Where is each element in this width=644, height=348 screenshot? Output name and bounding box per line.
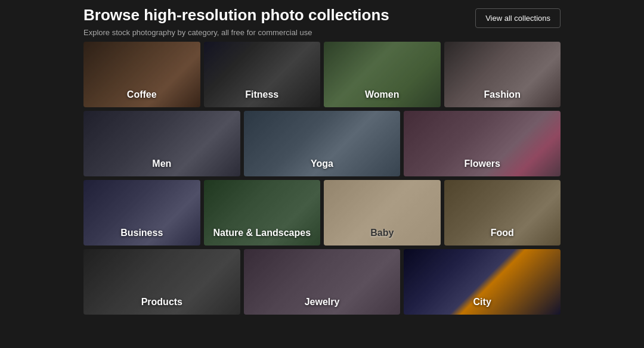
collection-item-baby[interactable]: Baby xyxy=(324,180,441,246)
header-area: Browse high-resolution photo collections… xyxy=(83,6,561,37)
collection-item-women[interactable]: Women xyxy=(324,42,441,107)
collection-item-food[interactable]: Food xyxy=(444,180,561,246)
collection-item-nature[interactable]: Nature & Landscapes xyxy=(204,180,321,246)
page-title: Browse high-resolution photo collections xyxy=(83,6,475,24)
collection-item-flowers[interactable]: Flowers xyxy=(404,111,561,176)
collection-item-fitness[interactable]: Fitness xyxy=(204,42,321,107)
collection-label-baby: Baby xyxy=(324,228,441,238)
collection-label-nature: Nature & Landscapes xyxy=(204,228,321,238)
grid-row-2: Men Yoga Flowers xyxy=(83,111,561,176)
collection-label-business: Business xyxy=(83,228,200,238)
collection-label-coffee: Coffee xyxy=(83,89,200,100)
view-all-collections-button[interactable]: View all collections xyxy=(475,8,561,28)
collection-label-women: Women xyxy=(324,89,441,100)
collection-label-food: Food xyxy=(444,228,561,238)
title-section: Browse high-resolution photo collections… xyxy=(83,6,475,37)
collection-label-fashion: Fashion xyxy=(444,89,561,100)
collection-label-flowers: Flowers xyxy=(404,159,561,169)
grid-row-1: Coffee Fitness Women Fashion xyxy=(83,42,561,107)
page-container: Browse high-resolution photo collections… xyxy=(0,0,644,321)
collection-label-jewelry: Jewelry xyxy=(244,297,401,307)
collection-label-men: Men xyxy=(83,159,240,169)
grid-row-3: Business Nature & Landscapes Baby Food xyxy=(83,180,561,246)
collection-label-products: Products xyxy=(83,297,240,307)
collection-item-fashion[interactable]: Fashion xyxy=(444,42,561,107)
grid-container: Coffee Fitness Women Fashion Men xyxy=(83,42,561,315)
collection-item-men[interactable]: Men xyxy=(83,111,240,176)
collection-label-fitness: Fitness xyxy=(204,89,321,100)
collection-item-business[interactable]: Business xyxy=(83,180,200,246)
collection-item-coffee[interactable]: Coffee xyxy=(83,42,200,107)
collection-item-jewelry[interactable]: Jewelry xyxy=(244,249,401,315)
grid-row-4: Products Jewelry City xyxy=(83,249,561,315)
collection-item-products[interactable]: Products xyxy=(83,249,240,315)
collection-label-city: City xyxy=(404,297,561,307)
collection-item-city[interactable]: City xyxy=(404,249,561,315)
collection-item-yoga[interactable]: Yoga xyxy=(244,111,401,176)
collection-label-yoga: Yoga xyxy=(244,159,401,169)
subtitle: Explore stock photography by category, a… xyxy=(83,28,475,37)
